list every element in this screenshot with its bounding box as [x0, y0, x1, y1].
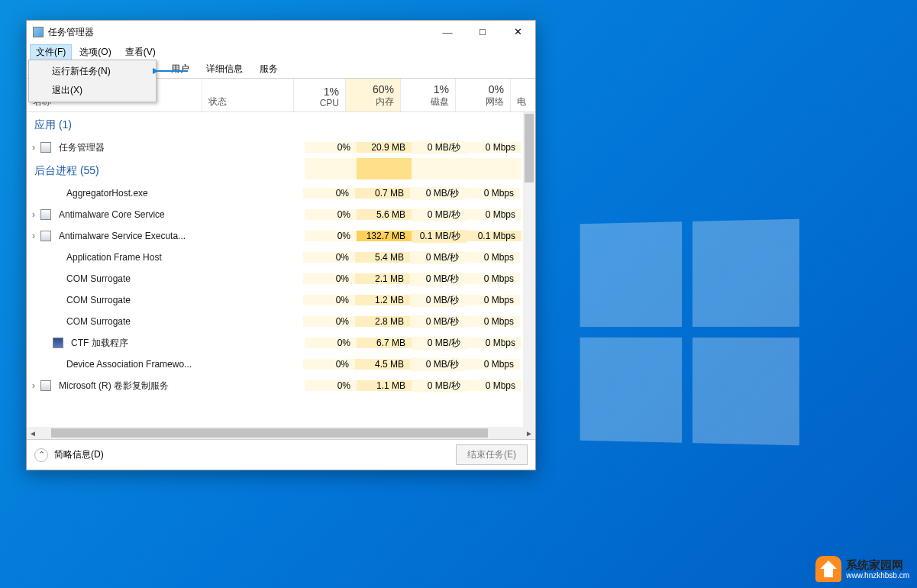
- vertical-scrollbar[interactable]: [523, 112, 535, 427]
- header-status[interactable]: 状态: [202, 79, 294, 111]
- process-list: 应用 (1) › 任务管理器 0% 20.9 MB 0 MB/秒 0 Mbps …: [27, 112, 535, 427]
- process-name: COM Surrogate: [40, 295, 211, 305]
- maximize-button[interactable]: □: [465, 21, 500, 44]
- house-icon: [815, 556, 841, 582]
- header-power[interactable]: 电: [511, 79, 532, 111]
- scroll-right-icon[interactable]: ►: [523, 427, 535, 439]
- watermark-title: 系统家园网: [846, 559, 909, 570]
- process-name: Application Frame Host: [40, 252, 211, 263]
- table-row[interactable]: AggregatorHost.exe 0% 0.7 MB 0 MB/秒 0 Mb…: [27, 183, 523, 204]
- watermark: 系统家园网 www.hnzkhbsb.cm: [815, 556, 909, 582]
- app-icon: [33, 27, 44, 37]
- tab-services[interactable]: 服务: [251, 60, 286, 78]
- cell-cpu: 0%: [305, 142, 357, 153]
- scroll-left-icon[interactable]: ◄: [27, 427, 39, 439]
- process-name: CTF 加载程序: [68, 337, 213, 350]
- process-name: Antimalware Service Executa...: [56, 231, 213, 241]
- annotation-arrow: [153, 66, 189, 76]
- table-row[interactable]: › Antimalware Service Executa... 0% 132.…: [27, 225, 523, 247]
- watermark-url: www.hnzkhbsb.cm: [846, 572, 909, 580]
- process-name: Microsoft (R) 卷影复制服务: [56, 380, 213, 393]
- process-icon: [40, 209, 51, 220]
- table-row[interactable]: Application Frame Host 0% 5.4 MB 0 MB/秒 …: [27, 247, 523, 268]
- windows-logo: [580, 219, 799, 446]
- process-name: COM Surrogate: [40, 273, 211, 284]
- process-icon: [53, 338, 63, 348]
- menu-item-exit[interactable]: 退出(X): [29, 81, 156, 100]
- table-row[interactable]: › Antimalware Core Service 0% 5.6 MB 0 M…: [27, 204, 523, 225]
- header-network[interactable]: 0%网络: [456, 79, 511, 111]
- cell-mem: 20.9 MB: [357, 142, 412, 153]
- fewer-details-link[interactable]: 简略信息(D): [54, 448, 104, 461]
- table-row[interactable]: COM Surrogate 0% 1.2 MB 0 MB/秒 0 Mbps: [27, 289, 523, 311]
- close-button[interactable]: ✕: [500, 21, 535, 44]
- minimize-button[interactable]: —: [430, 21, 465, 44]
- process-name: 任务管理器: [56, 141, 213, 154]
- footer: ⌃ 简略信息(D) 结束任务(E): [27, 439, 535, 470]
- chevron-up-icon[interactable]: ⌃: [34, 448, 48, 462]
- table-row[interactable]: › 任务管理器 0% 20.9 MB 0 MB/秒 0 Mbps: [27, 137, 523, 158]
- menubar: 文件(F) 选项(O) 查看(V): [27, 44, 535, 60]
- group-apps[interactable]: 应用 (1): [27, 112, 523, 137]
- end-task-button[interactable]: 结束任务(E): [456, 444, 528, 465]
- task-manager-window: 任务管理器 — □ ✕ 文件(F) 选项(O) 查看(V) 运行新任务(N) 退…: [26, 20, 536, 470]
- header-memory[interactable]: 60%内存: [346, 79, 401, 111]
- tab-details[interactable]: 详细信息: [198, 60, 251, 78]
- cell-disk: 0 MB/秒: [412, 141, 467, 154]
- process-icon: [40, 231, 51, 241]
- table-row[interactable]: › Microsoft (R) 卷影复制服务 0% 1.1 MB 0 MB/秒 …: [27, 375, 523, 396]
- menu-options[interactable]: 选项(O): [73, 44, 117, 60]
- expand-icon[interactable]: ›: [27, 142, 40, 153]
- window-title: 任务管理器: [48, 26, 94, 39]
- process-name: COM Surrogate: [40, 316, 211, 327]
- file-dropdown: 运行新任务(N) 退出(X): [28, 60, 157, 102]
- horizontal-scrollbar[interactable]: ◄ ►: [27, 427, 535, 439]
- menu-item-run-new-task[interactable]: 运行新任务(N): [29, 62, 156, 81]
- process-name: Antimalware Core Service: [56, 209, 213, 220]
- header-disk[interactable]: 1%磁盘: [401, 79, 456, 111]
- process-icon: [40, 380, 51, 391]
- menu-view[interactable]: 查看(V): [119, 44, 162, 60]
- process-icon: [40, 142, 51, 153]
- process-name: AggregatorHost.exe: [40, 188, 211, 199]
- titlebar[interactable]: 任务管理器 — □ ✕: [27, 21, 535, 44]
- table-row[interactable]: CTF 加载程序 0% 6.7 MB 0 MB/秒 0 Mbps: [27, 332, 523, 354]
- process-name: Device Association Framewo...: [40, 359, 211, 370]
- group-background[interactable]: 后台进程 (55): [27, 158, 523, 183]
- table-row[interactable]: COM Surrogate 0% 2.1 MB 0 MB/秒 0 Mbps: [27, 268, 523, 289]
- header-cpu[interactable]: 1%CPU: [294, 79, 346, 111]
- table-row[interactable]: Device Association Framewo... 0% 4.5 MB …: [27, 354, 523, 375]
- cell-net: 0 Mbps: [467, 142, 521, 153]
- menu-file[interactable]: 文件(F): [30, 44, 72, 60]
- table-row[interactable]: COM Surrogate 0% 2.8 MB 0 MB/秒 0 Mbps: [27, 311, 523, 332]
